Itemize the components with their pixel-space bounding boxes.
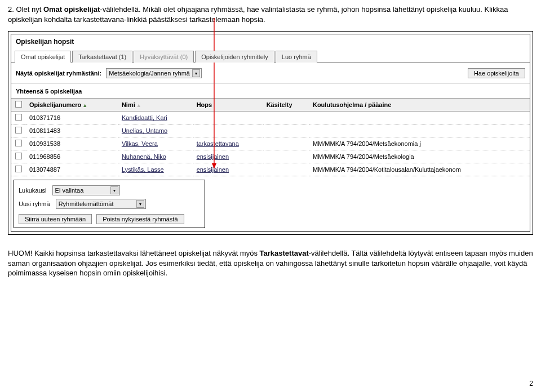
row-checkbox[interactable] [15, 166, 22, 172]
result-count: Yhteensä 5 opiskelijaa [11, 83, 530, 98]
chevron-down-icon: ▾ [136, 200, 144, 208]
table-row: 011968856 Nuhanenä, Niko ensisijainen MM… [11, 150, 530, 163]
hops-link-tarkastettavana[interactable]: tarkastettavana [197, 140, 239, 147]
hae-opiskelijoita-button[interactable]: Hae opiskelijoita [468, 68, 525, 78]
col-hops[interactable]: Hops [193, 99, 263, 112]
intro-text: 2. Olet nyt Omat opiskelijat-välilehdell… [8, 5, 533, 24]
student-link[interactable]: Kandidaatti, Kari [122, 114, 167, 121]
students-table: Opiskelijanumero▲ Nimi▲ Hops Käsitelty K… [11, 98, 530, 176]
col-koulutusohjelma[interactable]: Koulutusohjelma / pääaine [309, 99, 530, 112]
table-row: 010931538 Vilkas, Veera tarkastettavana … [11, 137, 530, 150]
tab-luo-ryhma[interactable]: Luo ryhmä [276, 51, 317, 63]
student-link[interactable]: Nuhanenä, Niko [122, 153, 166, 160]
row-checkbox[interactable] [15, 153, 22, 159]
select-all-checkbox[interactable] [15, 101, 22, 108]
group-actions-panel: Lukukausi Ei valintaa ▾ Uusi ryhmä Ryhmi… [14, 180, 205, 228]
row-checkbox[interactable] [15, 140, 22, 146]
app-screenshot: Opiskelijan hopsit Omat opiskelijat Tark… [8, 31, 533, 235]
col-nimi[interactable]: Nimi▲ [118, 99, 193, 112]
student-link[interactable]: Unelias, Untamo [122, 127, 167, 134]
note-text: HUOM! Kaikki hopsinsa tarkastettavaksi l… [8, 248, 533, 278]
chevron-down-icon: ▾ [110, 186, 118, 194]
col-kasitelty[interactable]: Käsitelty [263, 99, 309, 112]
filter-label: Näytä opiskelijat ryhmästäni: [16, 70, 101, 77]
row-checkbox[interactable] [15, 127, 22, 133]
table-row: 010811483 Unelias, Untamo [11, 124, 530, 137]
hops-link[interactable]: ensisijainen [197, 153, 229, 160]
uusiryhma-select[interactable]: Ryhmittelemättömät ▾ [56, 199, 146, 209]
lukukausi-label: Lukukausi [19, 187, 47, 194]
page-number: 2 [529, 380, 533, 387]
lukukausi-select[interactable]: Ei valintaa ▾ [52, 185, 120, 195]
row-checkbox[interactable] [15, 114, 22, 121]
chevron-down-icon: ▾ [192, 69, 200, 77]
siirra-uuteen-ryhmaan-button[interactable]: Siirrä uuteen ryhmään [19, 214, 92, 224]
page-title: Opiskelijan hopsit [11, 34, 530, 48]
tabs: Omat opiskelijat Tarkastettavat (1) Hyvä… [11, 48, 530, 63]
tab-hyvaksyttavat[interactable]: Hyväksyttävät (0) [134, 51, 194, 63]
col-opiskelijanumero[interactable]: Opiskelijanumero▲ [26, 99, 118, 112]
tab-omat-opiskelijat[interactable]: Omat opiskelijat [15, 51, 71, 63]
table-row: 013074887 Lystikäs, Lasse ensisijainen M… [11, 163, 530, 176]
sort-asc-icon: ▲ [82, 103, 87, 108]
tab-ryhmittely[interactable]: Opiskelijoiden ryhmittely [195, 51, 274, 63]
table-row: 010371716 Kandidaatti, Kari [11, 112, 530, 124]
tab-tarkastettavat[interactable]: Tarkastettavat (1) [72, 51, 132, 63]
poista-ryhmasta-button[interactable]: Poista nykyisestä ryhmästä [96, 214, 184, 224]
uusiryhma-label: Uusi ryhmä [19, 201, 50, 207]
sort-icon: ▲ [136, 103, 141, 108]
student-link[interactable]: Lystikäs, Lasse [122, 166, 164, 173]
student-link[interactable]: Vilkas, Veera [122, 140, 158, 147]
hops-link[interactable]: ensisijainen [197, 166, 229, 173]
group-select[interactable]: Metsäekologia/Jannen ryhmä ▾ [106, 68, 202, 78]
